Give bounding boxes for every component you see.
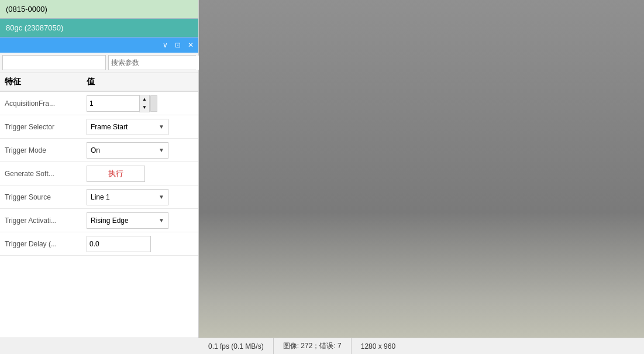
chevron-down-icon: ▼ (159, 217, 164, 224)
table-row: Trigger Mode On ▼ (0, 139, 198, 162)
chevron-down-icon: ▼ (159, 123, 164, 130)
value-column-header: 值 (87, 77, 194, 87)
trigger-mode-dropdown[interactable]: On ▼ (87, 142, 168, 159)
prop-label-generate-soft: Generate Soft... (5, 170, 87, 178)
table-row: Trigger Source Line 1 ▼ (0, 185, 198, 209)
main-layout: (0815-0000) 80gc (23087050) ∨ ⊡ ✕ ⌕ (0, 0, 644, 354)
prop-value-trigger-delay (87, 236, 194, 252)
table-row: Generate Soft... 执行 (0, 162, 198, 185)
table-row: Trigger Selector Frame Start ▼ (0, 115, 198, 139)
spinbox-buttons: ▲ ▼ (139, 95, 150, 112)
chevron-down-icon: ▼ (159, 147, 164, 153)
props-table-header: 特征 值 (0, 73, 198, 92)
trigger-delay-input-display (87, 236, 151, 252)
spinbox-down-button[interactable]: ▼ (140, 104, 149, 112)
prop-value-generate-soft: 执行 (87, 166, 194, 182)
status-image-info: 图像: 272；错误: 7 (274, 338, 352, 354)
camera-view (199, 0, 644, 354)
trigger-activation-value: Rising Edge (91, 216, 129, 225)
trigger-selector-value: Frame Start (91, 123, 128, 131)
spinbox-up-button[interactable]: ▲ (140, 95, 149, 104)
status-bar: 0.1 fps (0.1 MB/s) 图像: 272；错误: 7 1280 x … (0, 338, 644, 354)
prop-label-trigger-source: Trigger Source (5, 193, 87, 201)
right-panel (199, 0, 644, 354)
left-panel: (0815-0000) 80gc (23087050) ∨ ⊡ ✕ ⌕ (0, 0, 199, 354)
panel-header: ∨ ⊡ ✕ (0, 37, 198, 53)
trigger-mode-value: On (91, 146, 100, 154)
status-fps: 0.1 fps (0.1 MB/s) (199, 338, 274, 354)
prop-label-trigger-activation: Trigger Activati... (5, 216, 87, 225)
trigger-source-value: Line 1 (91, 193, 110, 201)
device-list: (0815-0000) 80gc (23087050) (0, 0, 198, 37)
status-resolution: 1280 x 960 (352, 338, 405, 354)
toolbar-row: ⌕ (0, 53, 198, 73)
pin-button[interactable]: ∨ (160, 40, 170, 50)
search-box: ⌕ (108, 55, 196, 70)
trigger-selector-dropdown[interactable]: Frame Start ▼ (87, 119, 168, 135)
trigger-activation-dropdown[interactable]: Rising Edge ▼ (87, 212, 168, 229)
props-table: 特征 值 AcquisitionFra... ▲ ▼ (0, 73, 198, 354)
prop-value-trigger-mode: On ▼ (87, 142, 194, 159)
trigger-delay-input[interactable] (89, 240, 148, 248)
table-row: Trigger Delay (... (0, 232, 198, 256)
table-row: AcquisitionFra... ▲ ▼ (0, 92, 198, 115)
table-row: Trigger Activati... Rising Edge ▼ (0, 209, 198, 232)
acquisition-spinbox-input[interactable] (87, 95, 139, 112)
prop-value-trigger-selector: Frame Start ▼ (87, 119, 194, 135)
prop-label-acquisition: AcquisitionFra... (5, 99, 87, 108)
prop-label-trigger-selector: Trigger Selector (5, 123, 87, 131)
prop-label-trigger-delay: Trigger Delay (... (5, 240, 87, 248)
execute-button[interactable]: 执行 (87, 166, 145, 182)
float-button[interactable]: ⊡ (173, 40, 183, 50)
prop-value-trigger-source: Line 1 ▼ (87, 189, 194, 205)
spinbox-dot (150, 95, 157, 112)
close-panel-button[interactable]: ✕ (185, 40, 196, 50)
category-select[interactable] (2, 55, 106, 70)
device-item-1[interactable]: (0815-0000) (0, 0, 198, 19)
feature-column-header: 特征 (5, 77, 87, 87)
prop-label-trigger-mode: Trigger Mode (5, 146, 87, 154)
search-input[interactable] (109, 56, 201, 70)
prop-value-trigger-activation: Rising Edge ▼ (87, 212, 194, 229)
device-item-2[interactable]: 80gc (23087050) (0, 19, 198, 37)
chevron-down-icon: ▼ (159, 194, 164, 200)
prop-value-acquisition: ▲ ▼ (87, 95, 194, 112)
spinbox-acquisition: ▲ ▼ (87, 95, 157, 112)
trigger-source-dropdown[interactable]: Line 1 ▼ (87, 189, 168, 205)
